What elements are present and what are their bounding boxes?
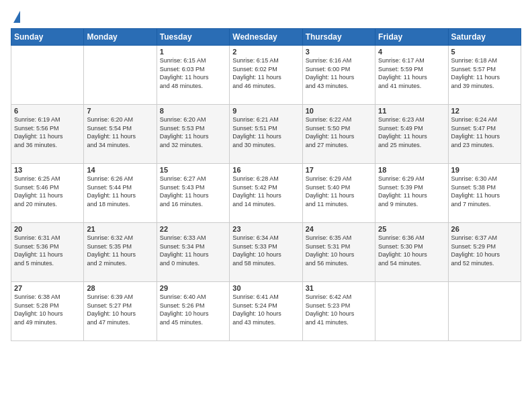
week-row-1: 6Sunrise: 6:19 AM Sunset: 5:56 PM Daylig… xyxy=(11,105,521,164)
day-header-thursday: Thursday xyxy=(302,29,375,46)
logo xyxy=(11,11,20,23)
page: SundayMondayTuesdayWednesdayThursdayFrid… xyxy=(0,0,532,411)
day-info: Sunrise: 6:35 AM Sunset: 5:31 PM Dayligh… xyxy=(306,234,372,267)
day-header-sunday: Sunday xyxy=(11,29,84,46)
day-header-tuesday: Tuesday xyxy=(157,29,229,46)
day-info: Sunrise: 6:17 AM Sunset: 5:59 PM Dayligh… xyxy=(378,56,445,90)
day-number: 4 xyxy=(378,48,445,56)
day-cell: 10Sunrise: 6:22 AM Sunset: 5:50 PM Dayli… xyxy=(302,105,375,164)
day-number: 6 xyxy=(14,107,81,115)
day-cell: 27Sunrise: 6:38 AM Sunset: 5:28 PM Dayli… xyxy=(11,282,84,341)
day-cell: 6Sunrise: 6:19 AM Sunset: 5:56 PM Daylig… xyxy=(11,105,84,164)
day-number: 14 xyxy=(87,166,153,174)
day-cell: 12Sunrise: 6:24 AM Sunset: 5:47 PM Dayli… xyxy=(448,105,521,164)
day-info: Sunrise: 6:31 AM Sunset: 5:36 PM Dayligh… xyxy=(14,234,81,267)
day-cell: 31Sunrise: 6:42 AM Sunset: 5:23 PM Dayli… xyxy=(302,282,375,341)
day-number: 9 xyxy=(232,107,299,115)
day-number: 26 xyxy=(451,225,518,233)
day-info: Sunrise: 6:24 AM Sunset: 5:47 PM Dayligh… xyxy=(451,116,518,149)
day-cell: 25Sunrise: 6:36 AM Sunset: 5:30 PM Dayli… xyxy=(375,223,448,282)
day-header-friday: Friday xyxy=(375,29,448,46)
day-cell: 18Sunrise: 6:29 AM Sunset: 5:39 PM Dayli… xyxy=(375,164,448,223)
day-number: 23 xyxy=(232,225,299,233)
day-cell: 4Sunrise: 6:17 AM Sunset: 5:59 PM Daylig… xyxy=(375,46,448,105)
day-cell: 5Sunrise: 6:18 AM Sunset: 5:57 PM Daylig… xyxy=(448,46,521,105)
day-info: Sunrise: 6:16 AM Sunset: 6:00 PM Dayligh… xyxy=(306,56,372,90)
day-cell: 26Sunrise: 6:37 AM Sunset: 5:29 PM Dayli… xyxy=(448,223,521,282)
day-info: Sunrise: 6:37 AM Sunset: 5:29 PM Dayligh… xyxy=(451,234,518,267)
day-info: Sunrise: 6:39 AM Sunset: 5:27 PM Dayligh… xyxy=(87,293,153,326)
day-cell: 17Sunrise: 6:29 AM Sunset: 5:40 PM Dayli… xyxy=(302,164,375,223)
day-info: Sunrise: 6:29 AM Sunset: 5:40 PM Dayligh… xyxy=(306,175,372,208)
day-info: Sunrise: 6:19 AM Sunset: 5:56 PM Dayligh… xyxy=(14,116,81,149)
day-cell: 11Sunrise: 6:23 AM Sunset: 5:49 PM Dayli… xyxy=(375,105,448,164)
day-number: 13 xyxy=(14,166,81,174)
day-cell: 23Sunrise: 6:34 AM Sunset: 5:33 PM Dayli… xyxy=(230,223,302,282)
day-header-monday: Monday xyxy=(84,29,157,46)
day-cell: 13Sunrise: 6:25 AM Sunset: 5:46 PM Dayli… xyxy=(11,164,84,223)
day-cell: 29Sunrise: 6:40 AM Sunset: 5:26 PM Dayli… xyxy=(157,282,229,341)
day-info: Sunrise: 6:15 AM Sunset: 6:03 PM Dayligh… xyxy=(160,56,226,90)
day-cell: 24Sunrise: 6:35 AM Sunset: 5:31 PM Dayli… xyxy=(302,223,375,282)
day-cell: 30Sunrise: 6:41 AM Sunset: 5:24 PM Dayli… xyxy=(230,282,302,341)
day-number: 10 xyxy=(306,107,372,115)
header xyxy=(11,11,521,23)
day-header-wednesday: Wednesday xyxy=(230,29,302,46)
day-number: 18 xyxy=(378,166,445,174)
day-number: 22 xyxy=(160,225,226,233)
day-cell xyxy=(448,282,521,341)
day-number: 3 xyxy=(306,48,372,56)
day-number: 29 xyxy=(160,284,226,292)
day-cell: 3Sunrise: 6:16 AM Sunset: 6:00 PM Daylig… xyxy=(302,46,375,105)
day-info: Sunrise: 6:36 AM Sunset: 5:30 PM Dayligh… xyxy=(378,234,445,267)
day-info: Sunrise: 6:15 AM Sunset: 6:02 PM Dayligh… xyxy=(232,56,299,90)
week-row-4: 27Sunrise: 6:38 AM Sunset: 5:28 PM Dayli… xyxy=(11,282,521,341)
day-cell: 9Sunrise: 6:21 AM Sunset: 5:51 PM Daylig… xyxy=(230,105,302,164)
day-cell: 1Sunrise: 6:15 AM Sunset: 6:03 PM Daylig… xyxy=(157,46,229,105)
day-number: 27 xyxy=(14,284,81,292)
day-number: 11 xyxy=(378,107,445,115)
day-info: Sunrise: 6:20 AM Sunset: 5:54 PM Dayligh… xyxy=(87,116,153,149)
day-number: 1 xyxy=(160,48,226,56)
day-cell: 28Sunrise: 6:39 AM Sunset: 5:27 PM Dayli… xyxy=(84,282,157,341)
day-info: Sunrise: 6:30 AM Sunset: 5:38 PM Dayligh… xyxy=(451,175,518,208)
day-info: Sunrise: 6:27 AM Sunset: 5:43 PM Dayligh… xyxy=(160,175,226,208)
day-number: 24 xyxy=(306,225,372,233)
day-number: 5 xyxy=(451,48,518,56)
day-cell: 22Sunrise: 6:33 AM Sunset: 5:34 PM Dayli… xyxy=(157,223,229,282)
day-info: Sunrise: 6:33 AM Sunset: 5:34 PM Dayligh… xyxy=(160,234,226,267)
header-row: SundayMondayTuesdayWednesdayThursdayFrid… xyxy=(11,29,521,46)
day-number: 7 xyxy=(87,107,153,115)
day-number: 2 xyxy=(232,48,299,56)
day-info: Sunrise: 6:25 AM Sunset: 5:46 PM Dayligh… xyxy=(14,175,81,208)
day-number: 17 xyxy=(306,166,372,174)
day-cell: 8Sunrise: 6:20 AM Sunset: 5:53 PM Daylig… xyxy=(157,105,229,164)
day-cell xyxy=(11,46,84,105)
day-info: Sunrise: 6:20 AM Sunset: 5:53 PM Dayligh… xyxy=(160,116,226,149)
day-number: 15 xyxy=(160,166,226,174)
calendar-table: SundayMondayTuesdayWednesdayThursdayFrid… xyxy=(11,28,521,341)
day-number: 19 xyxy=(451,166,518,174)
day-cell: 14Sunrise: 6:26 AM Sunset: 5:44 PM Dayli… xyxy=(84,164,157,223)
day-number: 28 xyxy=(87,284,153,292)
day-info: Sunrise: 6:22 AM Sunset: 5:50 PM Dayligh… xyxy=(306,116,372,149)
day-cell: 7Sunrise: 6:20 AM Sunset: 5:54 PM Daylig… xyxy=(84,105,157,164)
day-number: 25 xyxy=(378,225,445,233)
day-info: Sunrise: 6:18 AM Sunset: 5:57 PM Dayligh… xyxy=(451,56,518,90)
day-info: Sunrise: 6:28 AM Sunset: 5:42 PM Dayligh… xyxy=(232,175,299,208)
day-info: Sunrise: 6:41 AM Sunset: 5:24 PM Dayligh… xyxy=(232,293,299,326)
day-number: 31 xyxy=(306,284,372,292)
day-info: Sunrise: 6:34 AM Sunset: 5:33 PM Dayligh… xyxy=(232,234,299,267)
day-number: 21 xyxy=(87,225,153,233)
day-info: Sunrise: 6:38 AM Sunset: 5:28 PM Dayligh… xyxy=(14,293,81,326)
day-info: Sunrise: 6:32 AM Sunset: 5:35 PM Dayligh… xyxy=(87,234,153,267)
week-row-3: 20Sunrise: 6:31 AM Sunset: 5:36 PM Dayli… xyxy=(11,223,521,282)
day-info: Sunrise: 6:23 AM Sunset: 5:49 PM Dayligh… xyxy=(378,116,445,149)
day-number: 16 xyxy=(232,166,299,174)
day-cell: 16Sunrise: 6:28 AM Sunset: 5:42 PM Dayli… xyxy=(230,164,302,223)
day-number: 20 xyxy=(14,225,81,233)
logo-triangle-icon xyxy=(13,11,20,23)
day-info: Sunrise: 6:29 AM Sunset: 5:39 PM Dayligh… xyxy=(378,175,445,208)
week-row-0: 1Sunrise: 6:15 AM Sunset: 6:03 PM Daylig… xyxy=(11,46,521,105)
day-number: 12 xyxy=(451,107,518,115)
